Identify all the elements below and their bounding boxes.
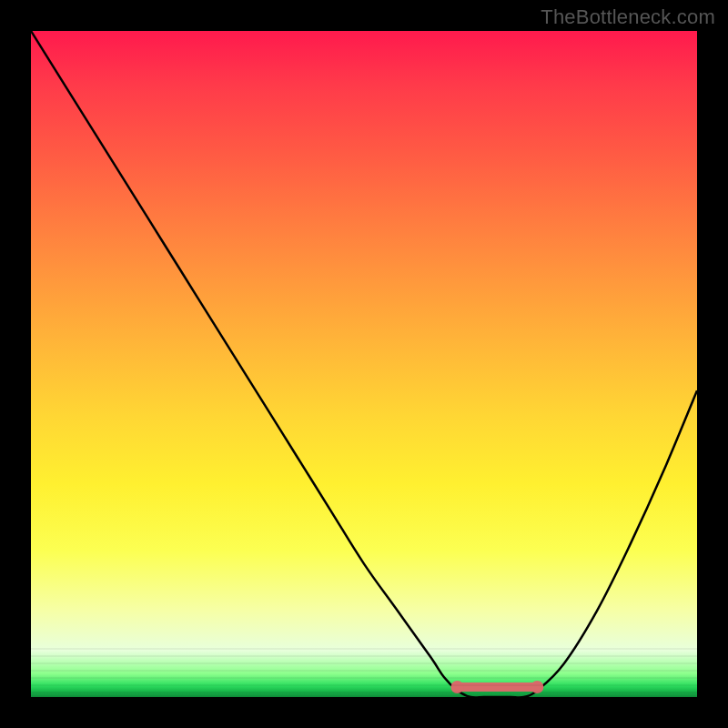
watermark-text: TheBottleneck.com [541,5,715,29]
optimal-range-start-dot [450,681,463,693]
optimal-range-end-dot [531,681,543,693]
chart-svg [31,31,697,697]
chart-plot-area [31,31,697,697]
bottleneck-curve-path [31,31,697,697]
